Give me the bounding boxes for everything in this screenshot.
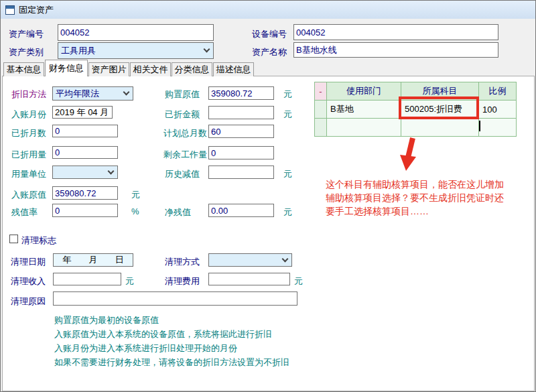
help-line: 入账原值为进入本系统的设备原值，系统将据此进行折旧 [54,328,272,340]
net-residual-label: 净残值 [165,206,191,218]
clear-income-unit: 元 [125,275,134,287]
annotation-line: 这个科目有辅助核算项目，能否在这儿增加 [326,178,530,191]
entry-value-unit: 元 [131,189,140,201]
depreciated-months-label: 已折月数 [11,127,46,139]
entry-value-input[interactable] [52,186,118,200]
asset-name-input[interactable] [293,42,498,58]
cell-ratio[interactable] [479,119,516,136]
clear-date-input[interactable]: 年 月 日 [53,253,133,267]
historical-impairment-input[interactable] [208,166,274,179]
cell-subject[interactable] [401,119,478,136]
historical-impairment-unit: 元 [283,168,292,180]
tab-category-info[interactable]: 分类信息 [172,62,212,76]
asset-no-label: 资产编号 [9,28,44,40]
asset-no-input[interactable] [58,24,214,41]
usage-unit-select[interactable] [52,166,118,179]
cell-dept[interactable] [327,119,401,136]
clear-date-label: 清理日期 [11,256,46,268]
window-icon [5,5,15,15]
annotation-text: 这个科目有辅助核算项目，能否在这儿增加 辅助核算项目选择？要不生成折旧凭证时还 … [326,178,530,218]
clear-income-input[interactable] [53,273,121,285]
net-residual-unit: 元 [283,206,292,218]
clear-method-label: 清理方式 [165,256,200,268]
asset-name-label: 资产名称 [252,46,287,58]
residual-rate-label: 残值率 [11,206,38,218]
annotation-line: 要手工选择核算项目…… [326,204,530,218]
depreciated-usage-input[interactable] [52,146,118,159]
fixed-asset-window: 固定资产 资产编号 资产类别 工具用具 设备编号 资产名称 基本信息 财务信息 … [0,0,536,392]
cell-dept[interactable]: B基地 [327,101,401,118]
clear-flag-label: 清理标志 [21,235,56,247]
clear-reason-label: 清理原因 [11,296,46,308]
purchase-value-unit: 元 [283,88,292,101]
help-line: 入账月份为进入本系统进行折旧处理开始的月份 [54,342,237,354]
title-bar: 固定资产 [1,1,535,19]
asset-category-value: 工具用具 [61,45,96,57]
chevron-down-icon [123,89,130,96]
planned-months-label: 计划总月数 [163,127,207,139]
depreciated-amount-input[interactable] [208,106,274,119]
tab-basic-info[interactable]: 基本信息 [3,62,44,76]
asset-category-select[interactable]: 工具用具 [58,42,214,59]
device-no-input[interactable] [293,24,498,40]
clear-reason-input[interactable] [53,291,297,306]
row-indicator[interactable] [315,101,326,118]
entry-month-input[interactable] [52,106,113,119]
entry-value-label: 入账原值 [11,189,46,201]
tab-asset-image[interactable]: 资产图片 [88,62,129,76]
planned-months-input[interactable] [208,125,274,138]
device-no-label: 设备编号 [252,28,287,40]
clear-expense-label: 清理费用 [165,275,200,287]
chevron-down-icon [204,46,210,53]
entry-month-label: 入账月份 [11,109,46,121]
tab-related-files[interactable]: 相关文件 [130,62,171,76]
clear-date-month: 月 [80,254,106,266]
depreciation-method-label: 折旧方法 [11,88,46,101]
clear-expense-input[interactable] [208,273,290,285]
remaining-workload-label: 剩余工作量 [163,149,207,161]
depreciated-months-input[interactable] [52,125,118,137]
tab-description-info[interactable]: 描述信息 [213,62,254,76]
annotation-line: 辅助核算项目选择？要不生成折旧凭证时还 [326,191,530,204]
tab-finance-info[interactable]: 财务信息 [45,60,88,76]
residual-rate-unit: % [131,206,139,216]
chevron-down-icon [108,168,115,174]
remaining-workload-input[interactable] [208,146,274,159]
row-indicator[interactable] [315,119,326,136]
asset-category-label: 资产类别 [9,46,44,58]
column-header-dept[interactable]: 使用部门 [327,82,401,100]
net-residual-input[interactable] [208,204,274,217]
column-header-ratio[interactable]: 比例 [479,82,516,100]
purchase-value-input[interactable] [208,86,274,100]
highlight-box [399,96,479,119]
clear-flag-checkbox[interactable] [9,235,18,243]
cell-ratio[interactable]: 100 [479,101,516,118]
clear-income-label: 清理收入 [11,275,46,287]
purchase-value-label: 购置原值 [165,88,200,101]
chevron-down-icon [282,255,289,262]
depreciated-amount-label: 已折金额 [165,109,200,121]
depreciated-amount-unit: 元 [283,109,292,121]
clear-method-select[interactable] [208,253,292,267]
usage-unit-label: 用量单位 [11,168,46,180]
depreciation-method-select[interactable]: 平均年限法 [52,86,133,101]
residual-rate-input[interactable] [52,204,118,217]
historical-impairment-label: 历史减值 [165,168,200,180]
clear-expense-unit: 元 [294,275,303,287]
help-line: 购置原值为最初的设备原值 [54,314,159,326]
table-corner-cell: - [315,82,326,100]
help-line: 如果不需要进行财务处理，请将设备的折旧方法设置为不折旧 [54,356,289,369]
red-arrow-icon [396,136,425,174]
depreciated-usage-label: 已折用量 [11,149,46,161]
clear-date-day: 日 [107,254,133,266]
clear-date-year: 年 [54,254,80,266]
depreciation-method-value: 平均年限法 [56,88,99,100]
text-caret [479,121,480,131]
window-title: 固定资产 [19,4,54,16]
